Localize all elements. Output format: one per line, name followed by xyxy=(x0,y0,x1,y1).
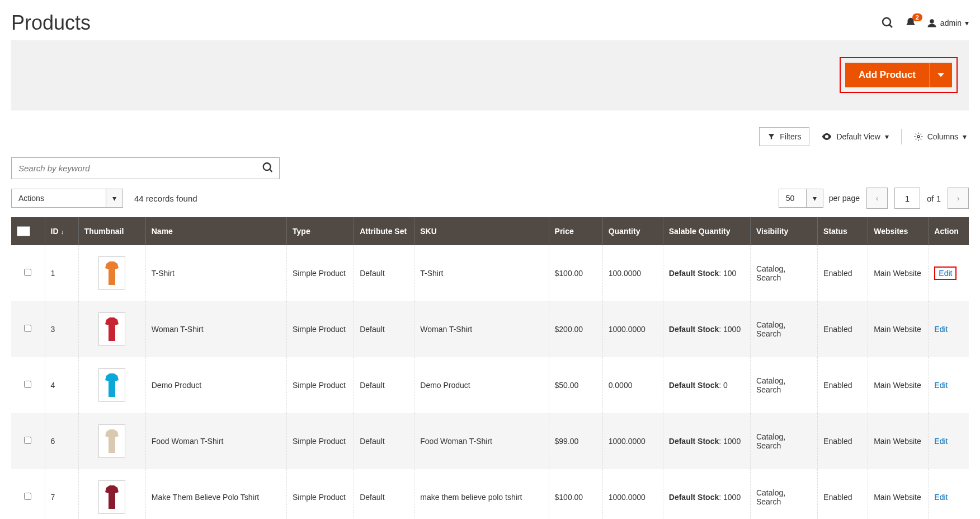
table-row[interactable]: 7Make Them Believe Polo TshirtSimple Pro… xyxy=(11,469,969,519)
cell-type: Simple Product xyxy=(287,245,354,301)
col-quantity[interactable]: Quantity xyxy=(602,217,663,245)
search-box xyxy=(11,157,280,179)
select-all-header[interactable]: ▾ xyxy=(11,217,45,245)
svg-line-1 xyxy=(889,25,892,27)
cell-salable-quantity: Default Stock: 1000 xyxy=(663,413,750,469)
chevron-down-icon[interactable]: ▾ xyxy=(106,189,123,208)
table-row[interactable]: 6Food Woman T-ShirtSimple ProductDefault… xyxy=(11,413,969,469)
add-product-button[interactable]: Add Product xyxy=(845,63,929,87)
cell-salable-quantity: Default Stock: 1000 xyxy=(663,301,750,357)
col-type[interactable]: Type xyxy=(287,217,354,245)
cell-id: 1 xyxy=(45,245,78,301)
svg-point-3 xyxy=(917,135,920,138)
next-page-button[interactable]: › xyxy=(948,188,969,209)
row-checkbox[interactable] xyxy=(24,269,31,276)
cell-websites: Main Website xyxy=(868,413,929,469)
actions-dropdown[interactable]: Actions ▾ xyxy=(11,189,123,208)
col-websites[interactable]: Websites xyxy=(868,217,929,245)
col-action[interactable]: Action xyxy=(929,217,969,245)
chevron-down-icon: ▾ xyxy=(965,18,969,27)
page-input[interactable] xyxy=(894,188,920,209)
cell-salable-quantity: Default Stock: 1000 xyxy=(663,469,750,519)
cell-type: Simple Product xyxy=(287,357,354,413)
cell-visibility: Catalog, Search xyxy=(750,301,817,357)
cell-visibility: Catalog, Search xyxy=(750,245,817,301)
svg-point-4 xyxy=(263,163,271,170)
col-name[interactable]: Name xyxy=(145,217,286,245)
svg-point-0 xyxy=(883,18,891,26)
filters-button[interactable]: Filters xyxy=(759,127,809,146)
per-page-toggle[interactable]: ▾ xyxy=(807,189,823,208)
edit-link[interactable]: Edit xyxy=(934,437,948,446)
notifications-icon[interactable]: 2 xyxy=(904,17,917,29)
cell-name: Food Woman T-Shirt xyxy=(145,413,286,469)
per-page-value[interactable]: 50 xyxy=(779,189,807,208)
col-thumbnail[interactable]: Thumbnail xyxy=(78,217,145,245)
thumbnail xyxy=(98,480,125,514)
col-status[interactable]: Status xyxy=(818,217,868,245)
add-product-highlight: Add Product xyxy=(840,57,958,93)
sort-arrow-icon: ↓ xyxy=(61,228,64,235)
default-view-button[interactable]: Default View ▾ xyxy=(819,128,891,146)
cell-attribute-set: Default xyxy=(354,469,414,519)
search-icon[interactable] xyxy=(262,161,274,175)
col-sku[interactable]: SKU xyxy=(414,217,549,245)
table-row[interactable]: 3Woman T-ShirtSimple ProductDefaultWoman… xyxy=(11,301,969,357)
row-checkbox[interactable] xyxy=(24,381,31,388)
col-salable-quantity[interactable]: Salable Quantity xyxy=(663,217,750,245)
cell-type: Simple Product xyxy=(287,469,354,519)
notification-badge: 2 xyxy=(912,13,922,21)
cell-status: Enabled xyxy=(818,245,868,301)
row-checkbox[interactable] xyxy=(24,437,31,444)
page-total: of 1 xyxy=(927,194,941,203)
cell-quantity: 1000.0000 xyxy=(602,469,663,519)
per-page-label: per page xyxy=(829,194,860,203)
add-product-dropdown-toggle[interactable] xyxy=(929,63,952,87)
table-row[interactable]: 4Demo ProductSimple ProductDefaultDemo P… xyxy=(11,357,969,413)
chevron-down-icon: ▾ xyxy=(963,132,967,141)
row-checkbox[interactable] xyxy=(24,493,31,500)
edit-link[interactable]: Edit xyxy=(934,325,948,334)
edit-link[interactable]: Edit xyxy=(934,493,948,502)
columns-button[interactable]: Columns ▾ xyxy=(912,128,969,146)
col-visibility[interactable]: Visibility xyxy=(750,217,817,245)
search-icon[interactable] xyxy=(881,16,894,30)
cell-websites: Main Website xyxy=(868,357,929,413)
svg-point-2 xyxy=(930,19,934,24)
thumbnail xyxy=(98,256,125,290)
cell-id: 4 xyxy=(45,357,78,413)
col-id[interactable]: ID↓ xyxy=(45,217,78,245)
grid-controls: Filters Default View ▾ Columns ▾ xyxy=(11,127,969,146)
cell-name: Make Them Believe Polo Tshirt xyxy=(145,469,286,519)
cell-id: 6 xyxy=(45,413,78,469)
col-attribute-set[interactable]: Attribute Set xyxy=(354,217,414,245)
gear-icon xyxy=(914,132,923,141)
cell-salable-quantity: Default Stock: 0 xyxy=(663,357,750,413)
cell-salable-quantity: Default Stock: 100 xyxy=(663,245,750,301)
cell-visibility: Catalog, Search xyxy=(750,413,817,469)
prev-page-button[interactable]: ‹ xyxy=(866,188,888,209)
col-price[interactable]: Price xyxy=(549,217,602,245)
edit-link[interactable]: Edit xyxy=(934,266,957,280)
cell-name: Woman T-Shirt xyxy=(145,301,286,357)
cell-attribute-set: Default xyxy=(354,413,414,469)
records-found: 44 records found xyxy=(134,194,197,203)
action-bar: Add Product xyxy=(11,40,969,110)
table-row[interactable]: 1T-ShirtSimple ProductDefaultT-Shirt$100… xyxy=(11,245,969,301)
edit-link[interactable]: Edit xyxy=(934,381,948,390)
cell-status: Enabled xyxy=(818,301,868,357)
cell-price: $99.00 xyxy=(549,413,602,469)
cell-websites: Main Website xyxy=(868,245,929,301)
thumbnail xyxy=(98,312,125,346)
search-row xyxy=(11,157,969,179)
page-header: Products 2 admin ▾ xyxy=(11,0,969,40)
cell-status: Enabled xyxy=(818,357,868,413)
thumbnail xyxy=(98,368,125,402)
cell-type: Simple Product xyxy=(287,301,354,357)
cell-sku: Demo Product xyxy=(414,357,549,413)
row-checkbox[interactable] xyxy=(24,325,31,332)
thumbnail xyxy=(98,424,125,458)
user-label: admin xyxy=(940,18,962,27)
user-menu[interactable]: admin ▾ xyxy=(927,18,969,28)
search-input[interactable] xyxy=(11,157,280,179)
